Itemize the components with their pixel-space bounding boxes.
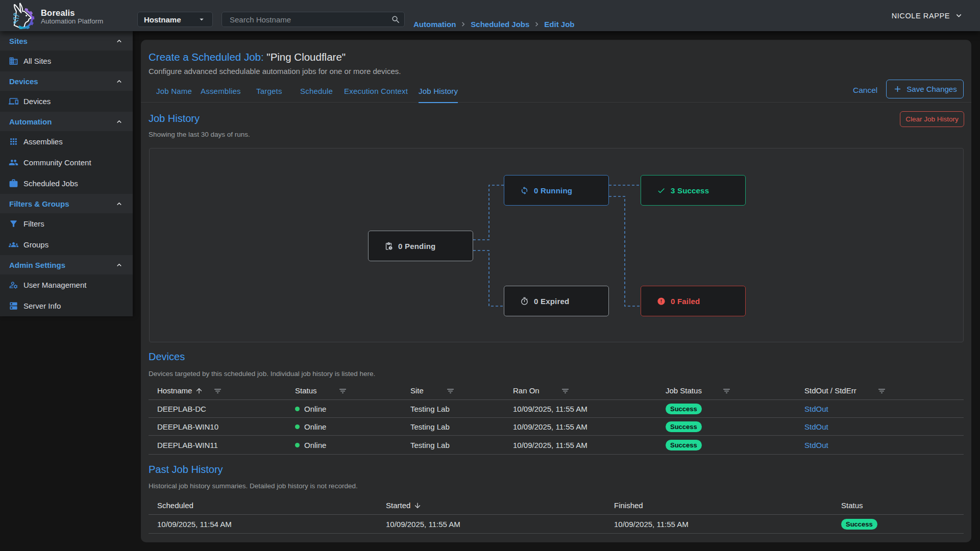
- device-stdout: StdOut: [804, 436, 828, 454]
- filter-icon[interactable]: [338, 387, 347, 395]
- sidebar-section-devices[interactable]: Devices: [0, 71, 133, 91]
- chevron-down-icon: [954, 11, 964, 20]
- device-site: Testing Lab: [410, 418, 450, 435]
- status-badge: Success: [666, 421, 702, 432]
- device-row[interactable]: DEEPLAB-WIN10 Online Testing Lab 10/09/2…: [149, 418, 964, 436]
- sidebar-section-automation[interactable]: Automation: [0, 112, 133, 131]
- flow-node-failed[interactable]: 0 Failed: [641, 286, 746, 316]
- sidebar-section-sites[interactable]: Sites: [0, 31, 133, 51]
- sidebar-item-user-management[interactable]: User Management: [0, 274, 133, 295]
- borealis-logo-icon: [13, 3, 36, 29]
- node-count: 0: [671, 297, 675, 306]
- status-badge: Success: [841, 519, 877, 530]
- sidebar-item-label: Groups: [23, 240, 48, 249]
- online-dot-icon: [295, 443, 300, 447]
- past-job-row[interactable]: 10/09/2025, 11:54 AM 10/09/2025, 11:55 A…: [149, 515, 964, 534]
- device-site: Testing Lab: [410, 400, 450, 417]
- column-label: Site: [410, 386, 424, 395]
- sort-asc-icon[interactable]: [195, 387, 203, 395]
- device-row[interactable]: DEEPLAB-DC Online Testing Lab 10/09/2025…: [149, 400, 964, 418]
- save-changes-button[interactable]: Save Changes: [886, 80, 964, 98]
- column-scheduled[interactable]: Scheduled: [157, 496, 193, 514]
- past-job-history-subtitle: Historical job history summaries. Detail…: [149, 482, 358, 490]
- server-icon: [9, 301, 18, 311]
- search-type-select[interactable]: Hostname: [137, 12, 213, 27]
- sidebar-item-all-sites[interactable]: All Sites: [0, 51, 133, 71]
- device-status-label: Online: [304, 405, 326, 413]
- node-word: Expired: [541, 297, 569, 306]
- past-status: Success: [841, 515, 877, 533]
- error-icon: [657, 297, 666, 306]
- sidebar-item-label: Server Info: [23, 302, 61, 310]
- devices-table-header: Hostname Status Site Ran On Job Status S…: [149, 382, 964, 400]
- sidebar-item-community-content[interactable]: Community Content: [0, 152, 133, 173]
- sort-desc-icon[interactable]: [413, 502, 422, 510]
- sidebar: Sites All Sites Devices Devices Automati…: [0, 31, 133, 316]
- device-status: Online: [295, 436, 326, 454]
- topbar: Borealis Automation Platform Hostname Au…: [0, 0, 980, 31]
- search-type-value: Hostname: [144, 15, 181, 24]
- filter-icon[interactable]: [446, 387, 455, 395]
- column-job-status[interactable]: Job Status: [666, 382, 702, 399]
- tab-execution-context[interactable]: Execution Context: [344, 83, 408, 103]
- sidebar-item-scheduled-jobs[interactable]: Scheduled Jobs: [0, 173, 133, 194]
- node-word: Success: [677, 186, 709, 195]
- device-row[interactable]: DEEPLAB-WIN11 Online Testing Lab 10/09/2…: [149, 436, 964, 455]
- column-finished[interactable]: Finished: [614, 496, 643, 514]
- column-status[interactable]: Status: [295, 382, 317, 399]
- cancel-button[interactable]: Cancel: [853, 86, 877, 95]
- tab-schedule[interactable]: Schedule: [300, 83, 333, 103]
- column-started[interactable]: Started: [386, 496, 422, 514]
- clear-job-history-button[interactable]: Clear Job History: [900, 111, 964, 127]
- sidebar-item-label: Filters: [23, 219, 44, 228]
- sidebar-item-server-info[interactable]: Server Info: [0, 295, 133, 316]
- search-input[interactable]: [229, 15, 391, 24]
- stdout-link[interactable]: StdOut: [804, 422, 828, 431]
- sidebar-section-filters-groups[interactable]: Filters & Groups: [0, 194, 133, 213]
- node-word: Failed: [677, 297, 700, 306]
- breadcrumb-automation[interactable]: Automation: [413, 20, 456, 29]
- flow-node-expired[interactable]: 0 Expired: [504, 286, 609, 316]
- sidebar-item-groups[interactable]: Groups: [0, 234, 133, 255]
- user-name: NICOLE RAPPE: [892, 12, 950, 20]
- past-job-history-table: Scheduled Started Finished Status 10/09/…: [149, 496, 964, 534]
- stdout-link[interactable]: StdOut: [804, 405, 828, 413]
- flow-node-success[interactable]: 3 Success: [641, 175, 746, 206]
- sidebar-item-label: Devices: [23, 97, 51, 106]
- people-icon: [9, 158, 18, 167]
- tab-targets[interactable]: Targets: [256, 83, 282, 103]
- device-stdout: StdOut: [804, 418, 828, 435]
- column-label: Status: [295, 386, 317, 395]
- column-status[interactable]: Status: [841, 496, 863, 514]
- filter-icon[interactable]: [561, 387, 570, 395]
- breadcrumb-scheduled-jobs[interactable]: Scheduled Jobs: [471, 20, 529, 29]
- column-hostname[interactable]: Hostname: [157, 382, 203, 399]
- sidebar-item-devices[interactable]: Devices: [0, 91, 133, 112]
- flow-node-pending[interactable]: 0 Pending: [368, 231, 473, 261]
- user-menu[interactable]: NICOLE RAPPE: [892, 0, 964, 31]
- column-label: Finished: [614, 501, 643, 510]
- sidebar-section-admin-settings[interactable]: Admin Settings: [0, 255, 133, 274]
- column-ran-on[interactable]: Ran On: [513, 382, 540, 399]
- page-subtitle: Configure advanced schedulable automatio…: [149, 67, 401, 76]
- breadcrumb-edit-job[interactable]: Edit Job: [544, 20, 574, 29]
- filter-icon[interactable]: [722, 387, 731, 395]
- tab-job-history[interactable]: Job History: [419, 83, 458, 103]
- sidebar-item-assemblies[interactable]: Assemblies: [0, 131, 133, 152]
- sidebar-item-filters[interactable]: Filters: [0, 213, 133, 234]
- search-icon[interactable]: [391, 15, 401, 24]
- flow-node-label: 0 Running: [534, 186, 572, 195]
- flow-node-running[interactable]: 0 Running: [504, 175, 609, 206]
- stdout-link[interactable]: StdOut: [804, 441, 828, 449]
- tab-assemblies[interactable]: Assemblies: [201, 83, 241, 103]
- column-site[interactable]: Site: [410, 382, 424, 399]
- filter-icon[interactable]: [213, 387, 222, 395]
- filter-icon[interactable]: [877, 387, 886, 395]
- tab-job-name[interactable]: Job Name: [156, 83, 192, 103]
- breadcrumb: Automation Scheduled Jobs Edit Job: [413, 19, 575, 29]
- caret-down-icon: [197, 15, 206, 24]
- column-stdout-stderr[interactable]: StdOut / StdErr: [804, 382, 856, 399]
- node-word: Pending: [405, 242, 436, 251]
- column-label: Status: [841, 501, 863, 510]
- page-title: Create a Scheduled Job: "Ping Cloudflare…: [149, 50, 346, 64]
